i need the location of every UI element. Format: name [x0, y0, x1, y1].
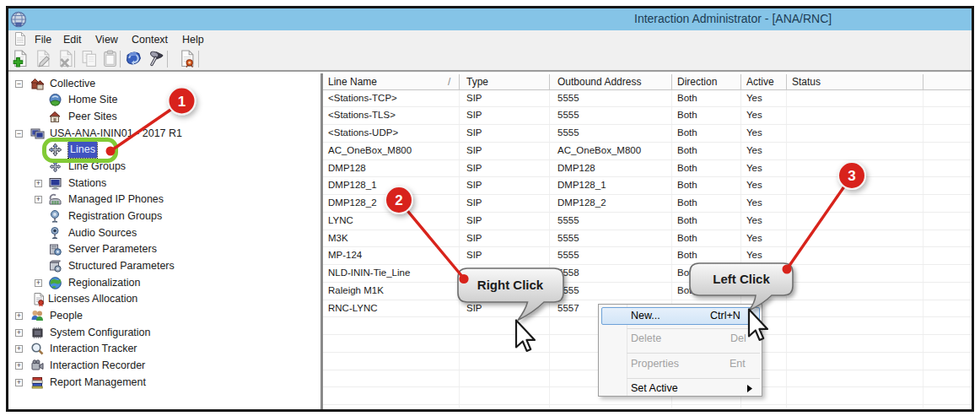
svg-text:Right Click: Right Click — [477, 278, 544, 292]
svg-text:2: 2 — [395, 192, 402, 208]
svg-text:3: 3 — [848, 168, 855, 184]
svg-text:1: 1 — [178, 94, 186, 110]
svg-text:Left Click: Left Click — [713, 272, 770, 286]
